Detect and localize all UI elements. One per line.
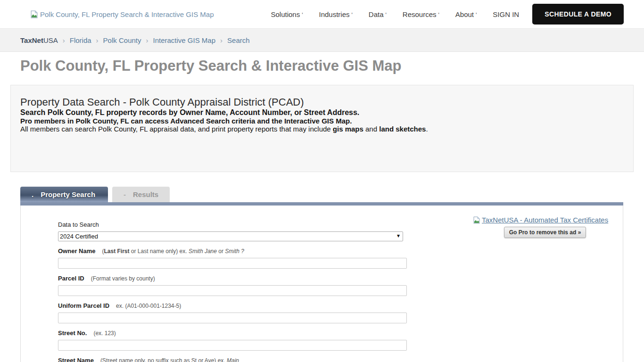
text-segment: (ex. 123) <box>93 330 116 337</box>
street-name-label: Street Name <box>58 357 94 362</box>
owner-name-label-row: Owner Name(Last First or Last name only)… <box>58 247 407 255</box>
text-segment: Last First <box>104 248 129 255</box>
parcel-id-label: Parcel ID <box>58 275 84 282</box>
form-row-data-to-search: Data to Search2024 Certified▾ <box>58 221 407 241</box>
breadcrumb-separator: › <box>146 36 148 44</box>
nav-item-label: Resources <box>403 10 437 18</box>
info-pro-members: Pro members in Polk County, FL can acces… <box>20 117 624 125</box>
text-segment: or Last name only) ex. <box>130 248 189 255</box>
tab-accent-bar <box>20 202 623 206</box>
page: Polk County, FL Property Search & Intera… <box>0 0 644 362</box>
text-segment: ex. (A01-000-001-1234-5) <box>116 303 181 309</box>
text-segment: Pro members in Polk County, FL can acces… <box>20 117 352 125</box>
breadcrumb-link-florida[interactable]: Florida <box>70 36 91 44</box>
nav-item-industries[interactable]: Industries' <box>319 10 352 18</box>
text-segment: and <box>363 125 379 133</box>
form-row-parcel-id: Parcel ID(Format varies by county) <box>58 275 407 296</box>
nav-item-resources[interactable]: Resources' <box>403 10 439 18</box>
text-segment: Search Polk County, FL property records … <box>20 108 359 116</box>
text-segment: All members can search Polk County, FL a… <box>20 125 333 133</box>
info-all-members: All members can search Polk County, FL a… <box>20 125 624 133</box>
uniform-parcel-id-label: Uniform Parcel ID <box>58 302 109 310</box>
text-segment: ? <box>239 248 244 255</box>
info-search-instructions: Search Polk County, FL property records … <box>20 108 624 117</box>
street-no-hint: (ex. 123) <box>93 329 116 337</box>
brand-taxnet: TaxNet <box>20 36 43 44</box>
nav-item-sign-in[interactable]: SIGN IN <box>493 10 519 18</box>
breadcrumb-trail: ›Florida›Polk County›Interactive GIS Map… <box>58 36 250 44</box>
parcel-id-label-row: Parcel ID(Format varies by county) <box>58 275 407 282</box>
nav-item-solutions[interactable]: Solutions' <box>271 10 303 18</box>
ad-link[interactable]: TaxNetUSA - Automated Tax Certificates <box>473 216 617 224</box>
parcel-id-input[interactable] <box>58 285 407 296</box>
info-heading: Property Data Search - Polk County Appra… <box>20 96 624 108</box>
uniform-parcel-id-label-row: Uniform Parcel IDex. (A01-000-001-1234-5… <box>58 302 407 310</box>
text-segment: (Format varies by county) <box>91 275 155 282</box>
text-segment: gis maps <box>333 125 363 133</box>
info-box: Property Data Search - Polk County Appra… <box>10 85 634 172</box>
broken-image-icon <box>473 216 480 224</box>
site-logo-alt-text: Polk County, FL Property Search & Intera… <box>40 10 214 18</box>
text-segment: Smith <box>225 248 239 255</box>
ad-link-text: TaxNetUSA - Automated Tax Certificates <box>482 216 608 224</box>
tabs: . Property Search - Results <box>20 187 170 202</box>
text-segment: . <box>426 125 428 133</box>
street-no-input[interactable] <box>58 340 407 351</box>
tab-marker-icon: . <box>32 190 33 198</box>
dropdown-caret-icon: ' <box>476 12 477 18</box>
dropdown-caret-icon: ' <box>386 12 387 18</box>
uniform-parcel-id-hint: ex. (A01-000-001-1234-5) <box>116 302 181 310</box>
text-segment: or <box>217 248 225 255</box>
parcel-id-hint: (Format varies by county) <box>91 275 155 282</box>
nav-item-label: Solutions <box>271 10 300 18</box>
tab-marker-icon: - <box>124 190 126 198</box>
page-title: Polk County, FL Property Search & Intera… <box>20 58 402 74</box>
text-segment: land sketches <box>379 125 426 133</box>
site-logo-link[interactable]: Polk County, FL Property Search & Intera… <box>30 10 214 18</box>
owner-name-hint: (Last First or Last name only) ex. Smith… <box>102 247 244 255</box>
data-to-search-select-wrap: 2024 Certified▾ <box>58 231 403 241</box>
text-segment: Smith Jane <box>189 248 217 255</box>
breadcrumb-link-search[interactable]: Search <box>227 36 250 44</box>
go-pro-button[interactable]: Go Pro to remove this ad » <box>504 227 586 238</box>
data-to-search-label: Data to Search <box>58 221 99 229</box>
schedule-demo-button[interactable]: SCHEDULE A DEMO <box>532 4 624 25</box>
nav-item-label: Data <box>369 10 384 18</box>
broken-image-icon <box>30 10 38 18</box>
breadcrumb-separator: › <box>96 36 99 44</box>
text-segment: Main <box>227 357 239 362</box>
breadcrumb: TaxNetUSA ›Florida›Polk County›Interacti… <box>0 28 644 52</box>
nav-item-data[interactable]: Data' <box>369 10 387 18</box>
tab-property-search-label: Property Search <box>41 190 95 198</box>
form-row-street-name: Street Name(Street name only, no suffix … <box>58 357 407 362</box>
owner-name-input[interactable] <box>58 258 407 269</box>
street-name-hint: (Street name only, no suffix such as St … <box>100 357 239 362</box>
nav-item-label: About <box>455 10 474 18</box>
tab-results-label: Results <box>133 190 158 198</box>
tab-property-search[interactable]: . Property Search <box>20 187 108 202</box>
data-to-search-select[interactable]: 2024 Certified <box>58 231 403 241</box>
breadcrumb-link-polk-county[interactable]: Polk County <box>103 36 141 44</box>
nav-item-about[interactable]: About' <box>455 10 477 18</box>
breadcrumb-link-interactive-gis-map[interactable]: Interactive GIS Map <box>153 36 215 44</box>
uniform-parcel-id-input[interactable] <box>58 313 407 323</box>
form-row-uniform-parcel-id: Uniform Parcel IDex. (A01-000-001-1234-5… <box>58 302 407 323</box>
breadcrumb-separator: › <box>63 36 65 44</box>
breadcrumb-brand[interactable]: TaxNetUSA <box>20 36 58 44</box>
brand-usa: USA <box>43 36 58 44</box>
main-nav: Solutions'Industries'Data'Resources'Abou… <box>271 10 519 18</box>
nav-item-label: SIGN IN <box>493 10 519 18</box>
dropdown-caret-icon: ' <box>438 12 439 18</box>
nav-item-label: Industries <box>319 10 349 18</box>
form-row-street-no: Street No.(ex. 123) <box>58 329 407 351</box>
property-search-form: Data to Search2024 Certified▾Owner Name(… <box>58 221 407 362</box>
owner-name-label: Owner Name <box>58 247 95 255</box>
text-segment: (Street name only, no suffix such as St … <box>100 357 227 362</box>
form-row-owner-name: Owner Name(Last First or Last name only)… <box>58 247 407 269</box>
street-name-label-row: Street Name(Street name only, no suffix … <box>58 357 407 362</box>
dropdown-caret-icon: ' <box>302 12 303 18</box>
tab-results[interactable]: - Results <box>112 187 170 202</box>
data-to-search-label-row: Data to Search <box>58 221 407 229</box>
dropdown-caret-icon: ' <box>352 12 353 18</box>
street-no-label-row: Street No.(ex. 123) <box>58 329 407 337</box>
